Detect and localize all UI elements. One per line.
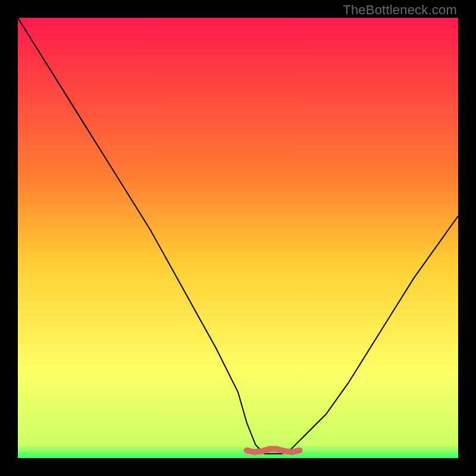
chart-frame <box>18 18 458 458</box>
watermark-text: TheBottleneck.com <box>343 2 457 18</box>
flat-region-marker <box>247 449 300 452</box>
bottleneck-chart <box>18 18 458 458</box>
